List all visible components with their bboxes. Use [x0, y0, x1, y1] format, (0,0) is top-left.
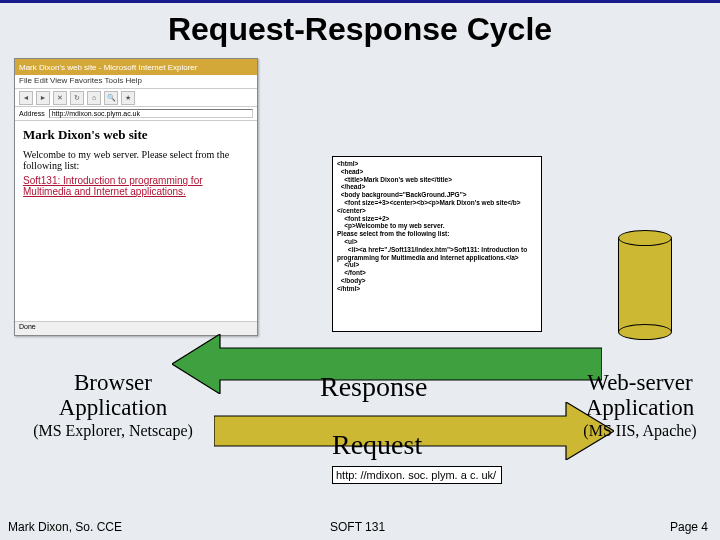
title-bar: Request-Response Cycle: [0, 0, 720, 52]
forward-icon: ►: [36, 91, 50, 105]
home-icon: ⌂: [87, 91, 101, 105]
page-paragraph: Welcombe to my web server. Please select…: [23, 149, 249, 171]
back-icon: ◄: [19, 91, 33, 105]
stop-icon: ✕: [53, 91, 67, 105]
webserver-app-label: Web-server Application: [570, 370, 710, 421]
webserver-app-sublabel: (MS IIS, Apache): [570, 422, 710, 440]
footer-author: Mark Dixon, So. CCE: [8, 520, 122, 534]
page-link: Soft131: Introduction to programming for…: [23, 175, 203, 197]
browser-app-label: Browser Application: [28, 370, 198, 421]
address-label: Address: [19, 110, 45, 117]
browser-statusbar: Done: [15, 321, 257, 335]
browser-menubar: File Edit View Favorites Tools Help: [15, 75, 257, 89]
footer-page: Page 4: [670, 520, 708, 534]
request-label: Request: [332, 430, 422, 461]
favorites-icon: ★: [121, 91, 135, 105]
page-heading: Mark Dixon's web site: [23, 127, 249, 143]
address-input: http://mdixon.soc.plym.ac.uk: [49, 109, 253, 118]
search-icon: 🔍: [104, 91, 118, 105]
browser-toolbar: ◄ ► ✕ ↻ ⌂ 🔍 ★: [15, 89, 257, 107]
browser-content: Mark Dixon's web site Welcombe to my web…: [15, 121, 257, 321]
browser-address-bar: Address http://mdixon.soc.plym.ac.uk: [15, 107, 257, 121]
browser-window: Mark Dixon's web site - Microsoft Intern…: [14, 58, 258, 336]
server-cylinder-icon: [618, 230, 672, 340]
response-label: Response: [320, 372, 427, 403]
footer-course: SOFT 131: [330, 520, 385, 534]
browser-app-sublabel: (MS Explorer, Netscape): [28, 422, 198, 440]
refresh-icon: ↻: [70, 91, 84, 105]
browser-titlebar: Mark Dixon's web site - Microsoft Intern…: [15, 59, 257, 75]
slide-title: Request-Response Cycle: [20, 11, 700, 48]
html-source-box: <html> <head> <title>Mark Dixon's web si…: [332, 156, 542, 332]
request-url-box: http: //mdixon. soc. plym. a c. uk/: [332, 466, 502, 484]
